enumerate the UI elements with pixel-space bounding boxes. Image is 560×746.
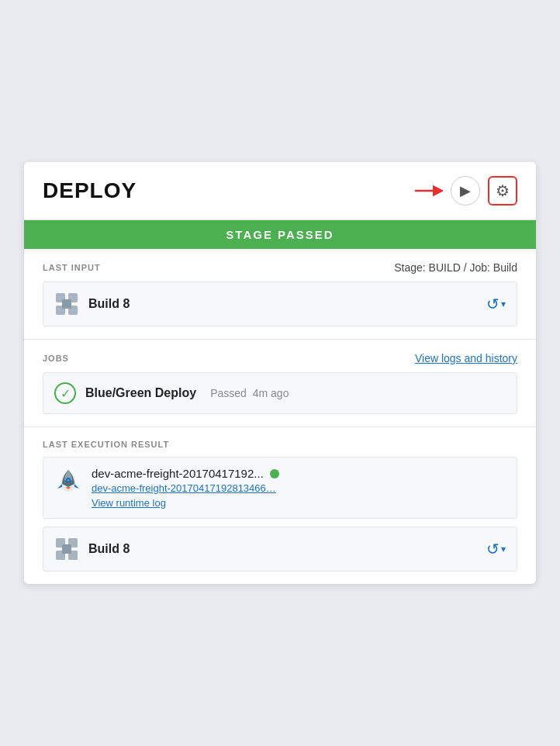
refresh-button[interactable]: ↺ ▾ [486, 295, 506, 313]
exec-build-label: Build 8 [88, 542, 477, 556]
caret-icon: ▾ [501, 299, 506, 309]
status-dot [270, 469, 279, 478]
exec-info: dev-acme-freight-20170417192... dev-acme… [92, 467, 506, 509]
last-input-label: LAST INPUT [43, 263, 101, 272]
deploy-card: DEPLOY ▶ ⚙ STAGE PASSED LAST [24, 162, 536, 584]
exec-name-row: dev-acme-freight-20170417192... [92, 467, 506, 480]
refresh-icon: ↺ [486, 295, 500, 313]
exec-row: dev-acme-freight-20170417192... dev-acme… [43, 457, 517, 519]
gear-icon: ⚙ [496, 181, 510, 200]
jobs-header: JOBS View logs and history [43, 352, 517, 364]
last-execution-section: LAST EXECUTION RESULT [24, 427, 536, 584]
jobs-label: JOBS [43, 354, 69, 363]
job-name: Blue/Green Deploy [85, 386, 196, 400]
settings-button[interactable]: ⚙ [488, 176, 517, 205]
page-title: DEPLOY [43, 178, 137, 203]
exec-refresh-icon: ↺ [486, 540, 500, 558]
play-icon: ▶ [460, 182, 471, 199]
stage-banner: STAGE PASSED [24, 220, 536, 249]
runtime-log-link[interactable]: View runtime log [92, 497, 506, 509]
build-label: Build 8 [88, 297, 477, 311]
play-button[interactable]: ▶ [451, 176, 480, 205]
exec-caret-icon: ▾ [501, 544, 506, 554]
exec-name: dev-acme-freight-20170417192... [92, 467, 264, 480]
build-item-row: Build 8 ↺ ▾ [43, 281, 517, 326]
svg-rect-14 [62, 544, 71, 554]
last-execution-header: LAST EXECUTION RESULT [43, 440, 517, 449]
jobs-section: JOBS View logs and history ✓ Blue/Green … [24, 340, 536, 427]
exec-refresh-button[interactable]: ↺ ▾ [486, 540, 506, 558]
last-input-meta: Stage: BUILD / Job: Build [394, 261, 517, 274]
last-execution-label: LAST EXECUTION RESULT [43, 440, 169, 449]
last-input-header: LAST INPUT Stage: BUILD / Job: Build [43, 261, 517, 274]
svg-rect-6 [62, 299, 71, 309]
job-row: ✓ Blue/Green Deploy Passed 4m ago [43, 372, 517, 414]
exec-build-grid-icon [54, 537, 79, 561]
rocket-icon [54, 467, 82, 495]
last-input-section: LAST INPUT Stage: BUILD / Job: Build Bui… [24, 249, 536, 340]
svg-point-9 [67, 479, 70, 482]
build-grid-icon [54, 292, 79, 316]
job-status: Passed 4m ago [210, 387, 289, 399]
exec-detail-link[interactable]: dev-acme-freight-20170417192813466… [92, 482, 506, 494]
view-logs-link[interactable]: View logs and history [415, 352, 517, 364]
passed-icon: ✓ [54, 382, 76, 404]
red-arrow-icon [413, 177, 443, 205]
header-icons: ▶ ⚙ [413, 176, 517, 205]
exec-build-item-row: Build 8 ↺ ▾ [43, 527, 517, 572]
card-header: DEPLOY ▶ ⚙ [24, 162, 536, 220]
